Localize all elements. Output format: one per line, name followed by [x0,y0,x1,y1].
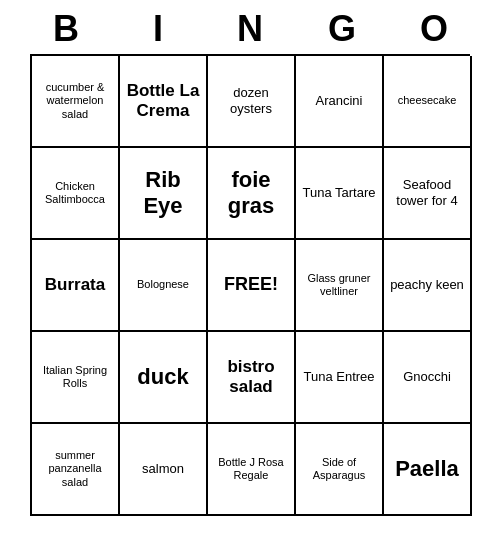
bingo-cell-3-1: duck [120,332,208,424]
bingo-cell-4-1: salmon [120,424,208,516]
bingo-letter-o: O [390,8,478,50]
bingo-cell-0-4: cheesecake [384,56,472,148]
bingo-cell-0-2: dozen oysters [208,56,296,148]
bingo-letter-n: N [206,8,294,50]
bingo-cell-3-3: Tuna Entree [296,332,384,424]
bingo-grid: cucumber & watermelon saladBottle La Cre… [30,54,470,516]
bingo-cell-4-2: Bottle J Rosa Regale [208,424,296,516]
bingo-cell-1-1: Rib Eye [120,148,208,240]
bingo-cell-3-2: bistro salad [208,332,296,424]
bingo-cell-0-0: cucumber & watermelon salad [32,56,120,148]
bingo-cell-2-2: FREE! [208,240,296,332]
bingo-cell-2-1: Bolognese [120,240,208,332]
bingo-cell-0-1: Bottle La Crema [120,56,208,148]
bingo-cell-2-4: peachy keen [384,240,472,332]
bingo-letter-i: I [114,8,202,50]
bingo-cell-3-4: Gnocchi [384,332,472,424]
bingo-cell-1-4: Seafood tower for 4 [384,148,472,240]
bingo-cell-2-0: Burrata [32,240,120,332]
bingo-header: BINGO [20,0,480,54]
bingo-letter-g: G [298,8,386,50]
bingo-cell-4-4: Paella [384,424,472,516]
bingo-cell-4-0: summer panzanella salad [32,424,120,516]
bingo-cell-0-3: Arancini [296,56,384,148]
bingo-cell-3-0: Italian Spring Rolls [32,332,120,424]
bingo-cell-2-3: Glass gruner veltliner [296,240,384,332]
bingo-cell-1-2: foie gras [208,148,296,240]
bingo-cell-4-3: Side of Asparagus [296,424,384,516]
bingo-cell-1-0: Chicken Saltimbocca [32,148,120,240]
bingo-cell-1-3: Tuna Tartare [296,148,384,240]
bingo-letter-b: B [22,8,110,50]
